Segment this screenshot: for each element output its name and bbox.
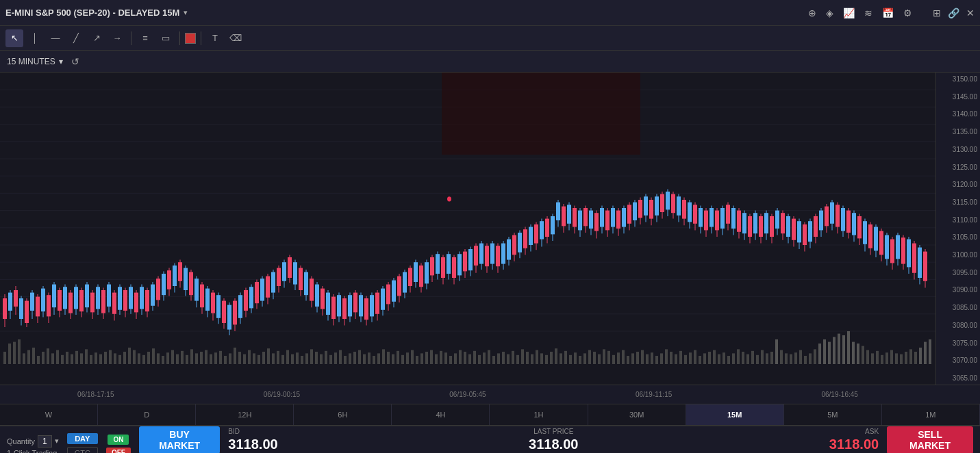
candlestick-chart[interactable] [0, 73, 935, 385]
svg-rect-20 [27, 350, 30, 364]
svg-rect-504 [808, 221, 812, 242]
chart-area[interactable] [0, 73, 935, 385]
svg-rect-141 [607, 351, 610, 364]
horizontal-line-tool[interactable]: — [47, 29, 64, 47]
svg-rect-58 [210, 354, 212, 364]
svg-rect-59 [214, 352, 217, 364]
sell-market-button[interactable]: SELLMARKET [887, 426, 973, 454]
refresh-button[interactable]: ↺ [68, 55, 82, 68]
svg-rect-110 [459, 350, 462, 364]
price-label: 3070.00 [939, 357, 977, 364]
svg-rect-520 [852, 213, 856, 235]
period-tabs: W D 12H 6H 4H 1H 30M 15M 5M 1M [0, 404, 980, 426]
svg-rect-340 [359, 295, 363, 316]
tab-1H[interactable]: 1H [490, 404, 588, 425]
rectangle-tool[interactable]: ▭ [157, 29, 175, 47]
day-button[interactable]: DAY [67, 433, 98, 444]
cursor-tool[interactable]: ↖ [5, 29, 23, 47]
price-icon[interactable]: ◈ [826, 8, 833, 18]
svg-rect-442 [638, 200, 642, 218]
chart-type-icon[interactable]: 📈 [843, 8, 855, 18]
svg-rect-153 [665, 349, 668, 364]
svg-rect-118 [497, 353, 500, 364]
svg-rect-163 [713, 350, 716, 364]
buy-market-button[interactable]: BUYMARKET [139, 426, 220, 454]
quantity-section: Quantity 1 ▾ 1-Click Trading [7, 435, 59, 454]
svg-rect-109 [454, 353, 457, 364]
svg-rect-400 [523, 229, 527, 248]
svg-rect-51 [176, 354, 179, 364]
svg-rect-48 [162, 356, 164, 364]
ask-price: 3118.00 [829, 437, 879, 452]
tab-6H[interactable]: 6H [294, 404, 392, 425]
line-tool[interactable]: │ [26, 29, 44, 47]
calendar-icon[interactable]: 📅 [882, 8, 894, 18]
svg-rect-95 [387, 352, 390, 364]
sell-section: SELLMARKET SELL BID SELL ASK [887, 426, 973, 454]
svg-rect-380 [468, 249, 473, 270]
link-icon[interactable]: 🔗 [948, 8, 959, 18]
tab-30M[interactable]: 30M [588, 404, 686, 425]
settings-icon[interactable]: ⚙ [903, 8, 912, 18]
tab-D[interactable]: D [98, 404, 196, 425]
price-label: 3140.00 [939, 110, 977, 118]
tab-5M[interactable]: 5M [784, 404, 882, 425]
gtc-button[interactable]: GTC [67, 447, 98, 454]
timeframe-selector[interactable]: 15 MINUTES ▾ [7, 57, 63, 66]
svg-rect-408 [545, 219, 549, 237]
time-label: 06/18-17:15 [3, 391, 189, 398]
svg-rect-57 [205, 350, 208, 364]
svg-rect-294 [233, 301, 237, 325]
tab-1M[interactable]: 1M [882, 404, 980, 425]
tab-15M[interactable]: 15M [686, 404, 784, 425]
toolbar-separator-2 [179, 31, 180, 45]
arrow-tool[interactable]: → [108, 29, 126, 47]
svg-rect-452 [666, 192, 670, 209]
layers-icon[interactable]: ≋ [864, 8, 872, 18]
svg-rect-242 [90, 293, 95, 313]
svg-rect-165 [723, 352, 725, 364]
svg-rect-116 [488, 350, 490, 364]
svg-rect-158 [689, 352, 692, 364]
svg-rect-464 [699, 208, 703, 227]
svg-rect-178 [785, 353, 788, 364]
on-toggle[interactable]: ON [108, 435, 129, 445]
svg-rect-342 [364, 298, 368, 320]
svg-rect-438 [627, 205, 631, 224]
draw-line-tool[interactable]: ╱ [67, 29, 85, 47]
svg-rect-542 [912, 244, 916, 273]
svg-rect-154 [670, 352, 673, 364]
color-picker[interactable] [185, 33, 196, 44]
tab-4H[interactable]: 4H [392, 404, 490, 425]
svg-rect-111 [464, 352, 466, 364]
quantity-stepper[interactable]: 1 [38, 435, 52, 448]
close-icon[interactable]: ✕ [966, 8, 975, 18]
svg-rect-128 [545, 355, 548, 364]
svg-rect-514 [835, 205, 840, 226]
svg-rect-17 [13, 342, 16, 364]
svg-rect-318 [299, 268, 303, 290]
svg-rect-25 [51, 353, 54, 364]
draw-ray-tool[interactable]: ↗ [88, 29, 105, 47]
svg-rect-356 [403, 272, 407, 293]
svg-rect-270 [167, 270, 171, 289]
toolbar: ↖ │ — ╱ ↗ → ≡ ▭ T ⌫ [0, 26, 980, 51]
svg-rect-472 [720, 208, 725, 229]
svg-rect-45 [147, 352, 150, 364]
off-toggle[interactable]: OFF [106, 448, 131, 454]
crosshair-icon[interactable]: ⊕ [808, 8, 816, 18]
tile-icon[interactable]: ⊞ [933, 8, 941, 18]
tab-12H[interactable]: 12H [196, 404, 294, 425]
svg-rect-167 [732, 353, 735, 364]
title-dropdown-arrow[interactable]: ▾ [184, 8, 188, 17]
text-tool[interactable]: T [206, 29, 224, 47]
svg-rect-364 [425, 262, 429, 283]
svg-rect-422 [583, 208, 588, 226]
parallel-tool[interactable]: ≡ [136, 29, 154, 47]
svg-rect-202 [900, 354, 903, 364]
tab-W[interactable]: W [0, 404, 98, 425]
svg-rect-284 [205, 289, 210, 311]
svg-rect-506 [814, 216, 818, 237]
svg-rect-106 [440, 351, 442, 364]
eraser-tool[interactable]: ⌫ [227, 29, 244, 47]
